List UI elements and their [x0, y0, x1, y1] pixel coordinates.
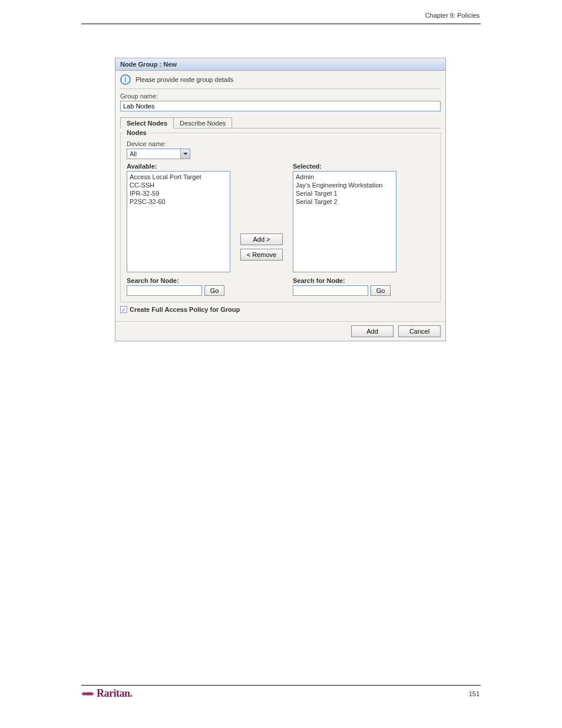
search-available-input[interactable]: [127, 285, 202, 296]
go-available-button[interactable]: Go: [204, 285, 224, 296]
available-label: Available:: [127, 163, 230, 170]
footer-divider: [81, 685, 481, 686]
search-selected-input[interactable]: [293, 285, 368, 296]
dual-list-columns: Available: Access Local Port Target CC-S…: [127, 163, 434, 296]
list-item[interactable]: Admin: [296, 173, 394, 181]
info-row: i Please provide node group details: [115, 71, 445, 88]
list-item[interactable]: P2SC-32-60: [130, 197, 227, 206]
list-item[interactable]: Serial Target 2: [296, 197, 394, 206]
available-list[interactable]: Access Local Port Target CC-SSH IPR-32-5…: [127, 171, 230, 272]
raritan-icon: [81, 689, 94, 699]
remove-node-button[interactable]: < Remove: [240, 249, 283, 261]
policy-checkbox[interactable]: ✓: [120, 306, 127, 313]
chapter-header: Chapter 9: Policies: [425, 12, 480, 19]
cancel-button[interactable]: Cancel: [398, 325, 441, 337]
brand-logo: Raritan.: [81, 687, 133, 700]
tab-describe-nodes[interactable]: Describe Nodes: [173, 117, 232, 129]
list-item[interactable]: Serial Target 1: [296, 189, 394, 197]
tab-select-nodes[interactable]: Select Nodes: [120, 117, 174, 129]
add-node-button[interactable]: Add >: [240, 233, 283, 245]
dotted-separator: [120, 88, 441, 89]
list-item[interactable]: CC-SSH: [130, 181, 227, 189]
info-icon: i: [120, 74, 131, 85]
list-item[interactable]: IPR-32-59: [130, 189, 227, 197]
device-name-row: Device name: All: [127, 140, 434, 159]
selected-column: Selected: Admin Jay's Engineering Workst…: [293, 163, 396, 296]
search-available-label: Search for Node:: [127, 277, 202, 284]
group-name-row: Group name:: [115, 93, 445, 115]
panel-title: Node Group : New: [115, 58, 445, 71]
policy-checkbox-row: ✓ Create Full Access Policy for Group: [120, 306, 441, 313]
nodes-fieldset: Nodes Device name: All Available: Access…: [120, 133, 441, 302]
go-selected-button[interactable]: Go: [371, 285, 391, 296]
group-name-input[interactable]: [120, 101, 441, 111]
page-number: 151: [469, 690, 480, 697]
device-name-value: All: [130, 150, 137, 157]
device-name-label: Device name:: [127, 140, 434, 147]
transfer-buttons-column: Add > < Remove: [235, 163, 288, 296]
tab-bar: Select Nodes Describe Nodes: [120, 117, 441, 129]
nodes-legend: Nodes: [124, 129, 149, 136]
group-name-label: Group name:: [120, 93, 441, 100]
selected-label: Selected:: [293, 163, 396, 170]
add-button[interactable]: Add: [351, 325, 394, 337]
selected-search-row: Search for Node: Go: [293, 277, 396, 296]
list-item[interactable]: Jay's Engineering Workstation: [296, 181, 394, 189]
selected-list[interactable]: Admin Jay's Engineering Workstation Seri…: [293, 171, 396, 272]
available-column: Available: Access Local Port Target CC-S…: [127, 163, 230, 296]
device-name-select[interactable]: All: [127, 149, 190, 159]
search-selected-label: Search for Node:: [293, 277, 368, 284]
brand-text: Raritan.: [97, 687, 133, 700]
policy-checkbox-label: Create Full Access Policy for Group: [130, 306, 240, 313]
chevron-down-icon: [180, 149, 190, 159]
list-item[interactable]: Access Local Port Target: [130, 173, 227, 181]
available-search-row: Search for Node: Go: [127, 277, 230, 296]
header-divider: [81, 24, 481, 24]
panel-footer: Add Cancel: [115, 321, 445, 341]
node-group-panel: Node Group : New i Please provide node g…: [115, 58, 446, 341]
info-message: Please provide node group details: [135, 76, 233, 83]
